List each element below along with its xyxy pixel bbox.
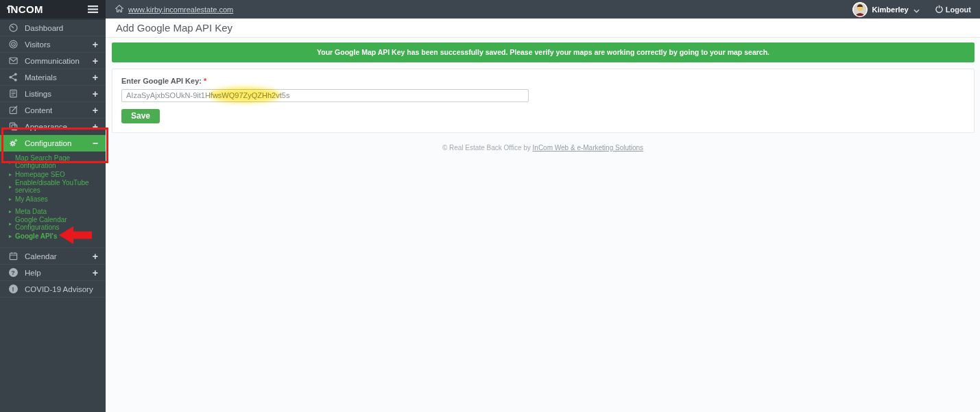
configuration-submenu: ▸ Map Search Page Configuration ▸ Homepa…	[0, 152, 106, 248]
expand-plus-icon[interactable]: +	[93, 106, 98, 115]
sidebar-item-calendar[interactable]: Calendar +	[0, 248, 106, 265]
sidebar-nav: Dashboard Visitors + Communication + Mat…	[0, 19, 106, 298]
success-banner: Your Google Map API Key has been success…	[112, 43, 975, 62]
caret-right-icon: ▸	[9, 184, 12, 190]
sidebar: iNCOM Dashboard Visitors + Communication…	[0, 0, 106, 412]
target-icon	[8, 39, 19, 49]
submenu-item-label: Google API's	[15, 232, 57, 240]
submenu-item-label: Enable/disable YouTube services	[15, 179, 106, 194]
sidebar-item-listings[interactable]: Listings +	[0, 86, 106, 102]
list-icon	[8, 88, 19, 99]
topbar-right: Kimberley Logout	[852, 2, 971, 17]
share-icon	[8, 72, 19, 82]
site-url-text: www.kirby.incomrealestate.com	[128, 5, 233, 14]
sidebar-item-materials[interactable]: Materials +	[0, 69, 106, 86]
avatar[interactable]	[852, 2, 868, 17]
main-content: Add Google Map API Key Your Google Map A…	[106, 19, 980, 412]
caret-right-icon: ▸	[9, 196, 12, 202]
submenu-item-youtube-services[interactable]: ▸ Enable/disable YouTube services	[0, 180, 106, 193]
caret-right-icon: ▸	[9, 171, 12, 178]
question-circle-icon: ?	[8, 268, 19, 277]
footer-text: © Real Estate Back Office by	[442, 144, 531, 152]
incom-logo: iNCOM	[8, 3, 43, 15]
footer: © Real Estate Back Office by InCom Web &…	[106, 144, 980, 152]
save-button[interactable]: Save	[121, 109, 160, 123]
api-key-label: Enter Google API Key:*	[121, 77, 965, 85]
gear-icon	[8, 138, 19, 148]
sidebar-item-label: Communication	[25, 57, 80, 65]
sidebar-item-label: Help	[25, 269, 41, 277]
layout-icon	[8, 121, 19, 132]
logout-label: Logout	[946, 5, 971, 14]
footer-link[interactable]: InCom Web & e-Marketing Solutions	[533, 144, 644, 152]
sidebar-item-label: Listings	[25, 90, 51, 98]
edit-icon	[8, 105, 19, 115]
caret-right-icon: ▸	[9, 208, 12, 215]
sidebar-item-label: Materials	[25, 73, 57, 82]
expand-plus-icon[interactable]: +	[93, 252, 98, 261]
sidebar-item-help[interactable]: ? Help +	[0, 265, 106, 281]
sidebar-item-content[interactable]: Content +	[0, 102, 106, 119]
sidebar-item-communication[interactable]: Communication +	[0, 53, 106, 69]
signal-arcs-icon	[6, 1, 13, 12]
sidebar-item-appearance[interactable]: Appearance +	[0, 119, 106, 135]
api-key-panel: Enter Google API Key:* Save	[112, 69, 975, 133]
chevron-down-icon[interactable]	[913, 3, 920, 16]
gauge-icon	[8, 23, 19, 33]
collapse-minus-icon[interactable]: −	[93, 138, 98, 148]
expand-plus-icon[interactable]: +	[93, 40, 98, 49]
sidebar-item-covid-advisory[interactable]: ! COVID-19 Advisory	[0, 281, 106, 298]
submenu-item-label: Map Search Page Configuration	[15, 154, 106, 169]
user-menu[interactable]: Kimberley	[872, 5, 909, 14]
sidebar-item-configuration[interactable]: Configuration −	[0, 135, 106, 152]
power-icon	[935, 5, 943, 14]
sidebar-item-label: Dashboard	[25, 24, 63, 32]
expand-plus-icon[interactable]: +	[93, 89, 98, 99]
submenu-item-map-search-page-configuration[interactable]: ▸ Map Search Page Configuration	[0, 156, 106, 168]
sidebar-item-dashboard[interactable]: Dashboard	[0, 20, 106, 36]
submenu-item-label: Homepage SEO	[15, 171, 65, 178]
sidebar-item-label: Configuration	[25, 139, 71, 147]
api-key-input[interactable]	[121, 89, 529, 102]
exclamation-circle-icon: !	[8, 284, 19, 293]
sidebar-item-label: COVID-19 Advisory	[25, 285, 93, 293]
submenu-item-label: Google Calendar Configurations	[15, 216, 106, 231]
sidebar-item-label: Visitors	[25, 40, 51, 49]
menu-toggle-icon[interactable]	[88, 5, 98, 13]
submenu-item-google-calendar-configurations[interactable]: ▸ Google Calendar Configurations	[0, 217, 106, 230]
site-url-link[interactable]: www.kirby.incomrealestate.com	[115, 4, 233, 14]
expand-plus-icon[interactable]: +	[93, 268, 98, 278]
submenu-item-google-apis[interactable]: ▸ Google API's	[0, 230, 106, 242]
caret-right-icon: ▸	[9, 233, 12, 239]
sidebar-item-label: Appearance	[25, 123, 67, 131]
envelope-icon	[8, 56, 19, 66]
expand-plus-icon[interactable]: +	[93, 56, 98, 66]
api-key-input-wrap	[121, 88, 529, 102]
topbar: www.kirby.incomrealestate.com Kimberley …	[106, 0, 980, 19]
caret-right-icon: ▸	[9, 159, 12, 165]
calendar-icon	[8, 251, 19, 261]
submenu-item-my-aliases[interactable]: ▸ My Aliases	[0, 193, 106, 205]
logo-bar: iNCOM	[0, 0, 106, 19]
required-asterisk: *	[204, 77, 206, 85]
logout-button[interactable]: Logout	[935, 5, 971, 14]
page-title: Add Google Map API Key	[106, 19, 980, 38]
sidebar-item-label: Calendar	[25, 252, 57, 260]
home-icon	[115, 4, 124, 14]
sidebar-item-label: Content	[25, 106, 52, 114]
caret-right-icon: ▸	[9, 221, 12, 227]
expand-plus-icon[interactable]: +	[93, 73, 98, 82]
submenu-item-label: My Aliases	[15, 195, 48, 203]
submenu-item-label: Meta Data	[15, 208, 47, 215]
sidebar-item-visitors[interactable]: Visitors +	[0, 36, 106, 53]
expand-plus-icon[interactable]: +	[93, 122, 98, 132]
